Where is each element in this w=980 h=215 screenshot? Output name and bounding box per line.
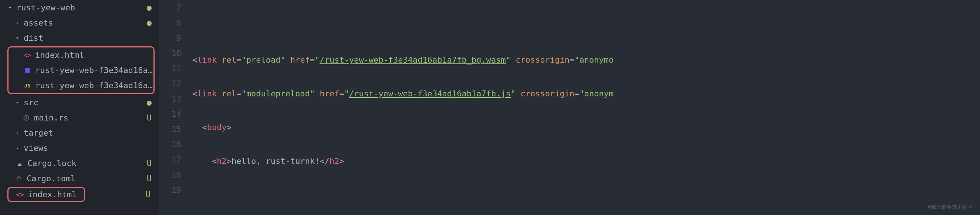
file-label: index.html [28, 190, 84, 199]
chevron-right-icon [15, 146, 21, 151]
file-explorer-sidebar: rust-yew-web ● assets ● dist <> index.ht… [0, 0, 159, 215]
highlight-annotation: <> index.html U [7, 187, 85, 202]
line-number: 18 [159, 167, 181, 182]
folder-label: views [24, 143, 159, 153]
folder-rust-yew-web[interactable]: rust-yew-web ● [0, 0, 159, 15]
folder-label: src [24, 98, 159, 107]
html-file-icon: <> [23, 51, 32, 59]
line-number: 8 [159, 15, 181, 30]
line-number: 7 [159, 0, 181, 15]
untracked-badge: U [147, 159, 152, 168]
line-number: 17 [159, 152, 181, 167]
html-file-icon: <> [16, 191, 24, 198]
line-number: 12 [159, 76, 181, 91]
folder-assets[interactable]: assets ● [0, 15, 159, 30]
modified-dot-icon: ● [147, 3, 152, 12]
highlight-annotation: <> index.html rust-yew-web-f3e34ad16ab1a… [7, 47, 154, 94]
chevron-down-icon [15, 100, 21, 105]
watermark: @稀土掘金技术社区 [928, 204, 973, 210]
untracked-badge: U [147, 174, 152, 183]
folder-views[interactable]: views [0, 141, 159, 156]
folder-src[interactable]: src ● [0, 95, 159, 110]
folder-label: rust-yew-web [16, 3, 159, 12]
rust-file-icon [22, 114, 30, 121]
line-number: 9 [159, 30, 181, 46]
modified-dot-icon: ● [147, 18, 152, 27]
file-index-html[interactable]: <> index.html [8, 47, 153, 63]
svg-point-2 [25, 117, 27, 119]
untracked-badge: U [147, 113, 152, 122]
js-file-icon: JS [23, 83, 32, 88]
file-label: index.html [35, 50, 153, 60]
line-number: 19 [159, 182, 181, 197]
file-cargo-lock[interactable]: Cargo.lock U [0, 156, 159, 171]
file-wasm[interactable]: rust-yew-web-f3e34ad16ab1a7fb_bg.wasm [8, 63, 153, 78]
chevron-down-icon [15, 35, 21, 41]
folder-label: target [24, 128, 159, 138]
file-label: rust-yew-web-f3e34ad16ab1a7fb.js [35, 81, 153, 90]
svg-rect-0 [25, 68, 30, 73]
lock-file-icon [16, 160, 24, 167]
line-number: 14 [159, 106, 181, 122]
file-label: Cargo.toml [27, 174, 159, 183]
line-number: 15 [159, 122, 181, 137]
line-number-gutter: 7 8 9 10 11 12 13 14 15 16 17 18 19 [159, 0, 192, 215]
untracked-badge: U [146, 190, 151, 199]
file-label: Cargo.lock [27, 159, 159, 168]
code-line: <link rel="modulepreload" href="/rust-ye… [192, 86, 980, 101]
wasm-file-icon [23, 67, 32, 74]
folder-label: assets [24, 18, 159, 27]
code-line [192, 187, 980, 202]
line-number: 10 [159, 46, 181, 61]
code-line [192, 19, 980, 34]
code-line: <h2>hello, rust-turnk!</h2> [192, 154, 980, 168]
folder-target[interactable]: target [0, 125, 159, 141]
chevron-right-icon [15, 130, 21, 136]
file-cargo-toml[interactable]: Cargo.toml U [0, 171, 159, 186]
line-number: 11 [159, 61, 181, 76]
folder-dist[interactable]: dist [0, 30, 159, 46]
folder-label: dist [24, 34, 159, 43]
file-label: main.rs [34, 113, 159, 122]
code-content[interactable]: <link rel="preload" href="/rust-yew-web-… [192, 0, 980, 215]
file-index-html-root[interactable]: <> index.html U [8, 188, 84, 201]
line-number: 13 [159, 91, 181, 106]
gear-file-icon [15, 175, 23, 182]
file-main-rs[interactable]: main.rs U [0, 110, 159, 125]
modified-dot-icon: ● [147, 98, 152, 107]
chevron-down-icon [7, 5, 14, 10]
code-line: <body> [192, 120, 980, 135]
code-editor[interactable]: 7 8 9 10 11 12 13 14 15 16 17 18 19 <lin… [159, 0, 980, 215]
file-js[interactable]: JS rust-yew-web-f3e34ad16ab1a7fb.js [8, 78, 153, 93]
chevron-right-icon [15, 20, 21, 26]
line-number: 16 [159, 137, 181, 152]
file-label: rust-yew-web-f3e34ad16ab1a7fb_bg.wasm [35, 66, 153, 75]
code-line: <link rel="preload" href="/rust-yew-web-… [192, 52, 980, 67]
